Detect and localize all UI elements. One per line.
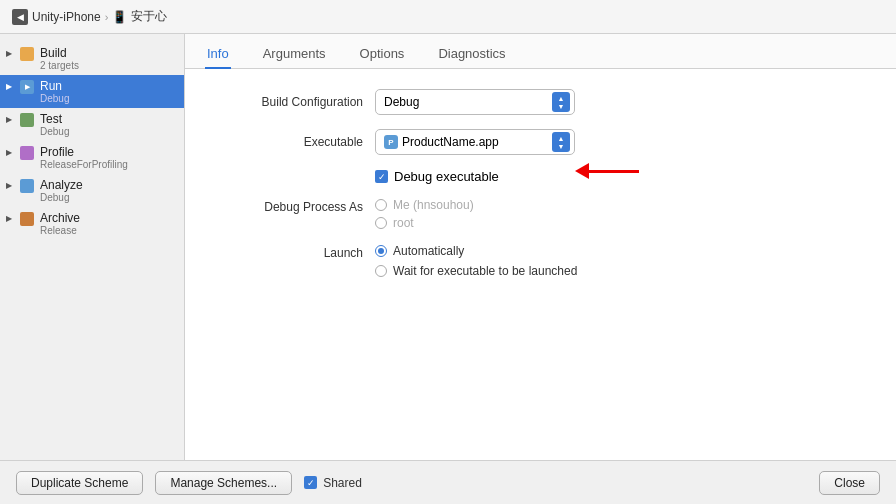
sidebar-item-test[interactable]: ▶ Test Debug [0,108,184,141]
executable-control: P ProductName.app ▲ ▼ [375,129,575,155]
radio-auto-btn[interactable] [375,245,387,257]
duplicate-scheme-button[interactable]: Duplicate Scheme [16,471,143,495]
launch-row: Launch Automatically Wait for executable… [215,244,866,278]
radio-root: root [375,216,474,230]
arrow-icon: ▶ [6,148,16,157]
debug-process-row: Debug Process As Me (hnsouhou) root [215,198,866,230]
project-name: Unity-iPhone [32,10,101,24]
arrow-icon: ▶ [6,214,16,223]
executable-value: ProductName.app [402,135,499,149]
launch-options: Automatically Wait for executable to be … [375,244,577,278]
sidebar: ▶ Build 2 targets ▶ ▶ Run Debug ▶ [0,34,185,460]
build-config-select[interactable]: Debug ▲ ▼ [375,89,575,115]
check-mark: ✓ [378,172,386,182]
run-text: Run Debug [40,79,69,104]
red-arrow-annotation [575,163,639,179]
app-icon: P [384,135,398,149]
shared-row: ✓ Shared [304,476,362,490]
debug-section: Me (hnsouhou) root [375,198,474,230]
build-config-control: Debug ▲ ▼ [375,89,575,115]
tab-bar: Info Arguments Options Diagnostics [185,34,896,69]
executable-stepper[interactable]: ▲ ▼ [552,132,570,152]
debug-executable-checkbox[interactable]: ✓ [375,170,388,183]
build-icon [20,47,36,63]
sidebar-item-archive[interactable]: ▶ Archive Release [0,207,184,240]
launch-label: Launch [215,244,375,260]
sidebar-item-run[interactable]: ▶ ▶ Run Debug [0,75,184,108]
build-config-label: Build Configuration [215,95,375,109]
project-icon: ◀ [12,9,28,25]
tab-arguments[interactable]: Arguments [261,42,328,69]
radio-root-btn[interactable] [375,217,387,229]
stepper-up: ▲ [558,95,565,102]
executable-label: Executable [215,135,375,149]
executable-row: Executable P ProductName.app ▲ ▼ [215,129,866,155]
radio-wait-label: Wait for executable to be launched [393,264,577,278]
shared-check: ✓ [307,478,315,488]
manage-schemes-button[interactable]: Manage Schemes... [155,471,292,495]
arrow-icon: ▶ [6,181,16,190]
analyze-icon [20,179,36,195]
radio-me: Me (hnsouhou) [375,198,474,212]
bottom-bar: Duplicate Scheme Manage Schemes... ✓ Sha… [0,460,896,504]
device-icon: 📱 [112,10,127,24]
sidebar-item-analyze[interactable]: ▶ Analyze Debug [0,174,184,207]
test-text: Test Debug [40,112,69,137]
breadcrumb-separator: › [105,11,109,23]
tab-options[interactable]: Options [358,42,407,69]
archive-text: Archive Release [40,211,80,236]
radio-root-label: root [393,216,414,230]
build-config-value: Debug [384,95,419,109]
radio-me-btn[interactable] [375,199,387,211]
arrow-line [589,170,639,173]
right-panel: Info Arguments Options Diagnostics Build… [185,34,896,460]
radio-me-label: Me (hnsouhou) [393,198,474,212]
radio-auto-label: Automatically [393,244,464,258]
stepper-down: ▼ [558,103,565,110]
archive-icon [20,212,36,228]
main-content: ▶ Build 2 targets ▶ ▶ Run Debug ▶ [0,34,896,460]
profile-text: Profile ReleaseForProfiling [40,145,128,170]
stepper-up: ▲ [558,135,565,142]
content-area: Build Configuration Debug ▲ ▼ [185,69,896,460]
close-button[interactable]: Close [819,471,880,495]
tab-diagnostics[interactable]: Diagnostics [436,42,507,69]
radio-auto: Automatically [375,244,577,258]
build-text: Build 2 targets [40,46,79,71]
radio-wait: Wait for executable to be launched [375,264,577,278]
executable-select[interactable]: P ProductName.app ▲ ▼ [375,129,575,155]
arrow-icon: ▶ [6,82,16,91]
debug-process-label: Debug Process As [215,198,375,214]
debug-executable-label: Debug executable [394,169,499,184]
arrow-head [575,163,589,179]
select-stepper[interactable]: ▲ ▼ [552,92,570,112]
radio-wait-btn[interactable] [375,265,387,277]
analyze-text: Analyze Debug [40,178,83,203]
device-name: 安于心 [131,8,167,25]
tab-info[interactable]: Info [205,42,231,69]
sidebar-item-profile[interactable]: ▶ Profile ReleaseForProfiling [0,141,184,174]
shared-label: Shared [323,476,362,490]
sidebar-item-build[interactable]: ▶ Build 2 targets [0,42,184,75]
executable-inner: P ProductName.app [384,135,499,149]
arrow-icon: ▶ [6,49,16,58]
arrow-icon: ▶ [6,115,16,124]
stepper-down: ▼ [558,143,565,150]
top-bar: ◀ Unity-iPhone › 📱 安于心 [0,0,896,34]
profile-icon [20,146,36,162]
build-config-row: Build Configuration Debug ▲ ▼ [215,89,866,115]
run-icon: ▶ [20,80,36,96]
test-icon [20,113,36,129]
shared-checkbox[interactable]: ✓ [304,476,317,489]
